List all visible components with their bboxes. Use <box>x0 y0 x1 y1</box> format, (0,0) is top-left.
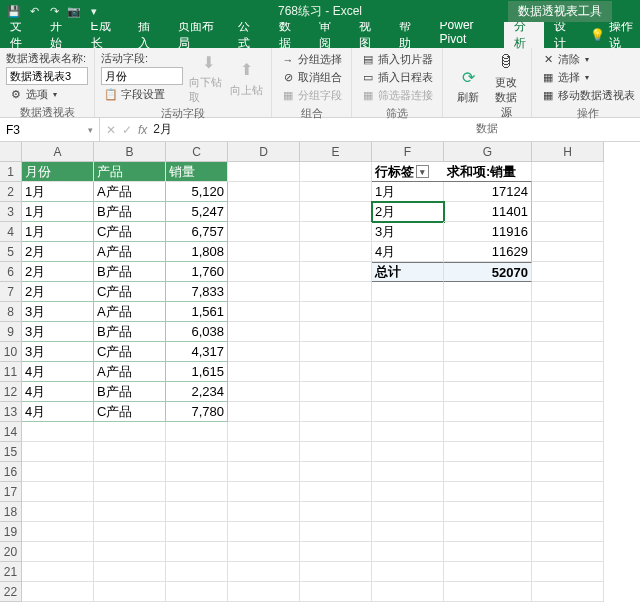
cell-A4[interactable]: 1月 <box>22 222 94 242</box>
row-header-21[interactable]: 21 <box>0 562 22 582</box>
cell-A9[interactable]: 3月 <box>22 322 94 342</box>
cell-A19[interactable] <box>22 522 94 542</box>
col-header-B[interactable]: B <box>94 142 166 162</box>
cell-E9[interactable] <box>300 322 372 342</box>
cell-G17[interactable] <box>444 482 532 502</box>
cell-G16[interactable] <box>444 462 532 482</box>
cell-C14[interactable] <box>166 422 228 442</box>
cell-F3[interactable]: 2月 <box>372 202 444 222</box>
cell-D7[interactable] <box>228 282 300 302</box>
col-header-E[interactable]: E <box>300 142 372 162</box>
cell-E1[interactable] <box>300 162 372 182</box>
cell-F6[interactable]: 总计 <box>372 262 444 282</box>
cell-D21[interactable] <box>228 562 300 582</box>
cell-C18[interactable] <box>166 502 228 522</box>
cell-G9[interactable] <box>444 322 532 342</box>
cell-A22[interactable] <box>22 582 94 602</box>
fx-icon[interactable]: fx <box>138 123 147 137</box>
cell-A10[interactable]: 3月 <box>22 342 94 362</box>
cell-C4[interactable]: 6,757 <box>166 222 228 242</box>
pivot-filter-dropdown[interactable]: ▾ <box>416 165 429 178</box>
cell-B7[interactable]: C产品 <box>94 282 166 302</box>
cell-H8[interactable] <box>532 302 604 322</box>
cell-B19[interactable] <box>94 522 166 542</box>
row-header-13[interactable]: 13 <box>0 402 22 422</box>
cell-A16[interactable] <box>22 462 94 482</box>
cell-D8[interactable] <box>228 302 300 322</box>
cell-D1[interactable] <box>228 162 300 182</box>
row-header-8[interactable]: 8 <box>0 302 22 322</box>
cell-B8[interactable]: A产品 <box>94 302 166 322</box>
cell-C15[interactable] <box>166 442 228 462</box>
col-header-C[interactable]: C <box>166 142 228 162</box>
cell-E3[interactable] <box>300 202 372 222</box>
cell-B12[interactable]: B产品 <box>94 382 166 402</box>
pivot-name-input[interactable] <box>6 67 88 85</box>
cell-F19[interactable] <box>372 522 444 542</box>
cell-A5[interactable]: 2月 <box>22 242 94 262</box>
cell-A17[interactable] <box>22 482 94 502</box>
cell-H21[interactable] <box>532 562 604 582</box>
cell-B5[interactable]: A产品 <box>94 242 166 262</box>
cell-F12[interactable] <box>372 382 444 402</box>
cell-G13[interactable] <box>444 402 532 422</box>
cell-F16[interactable] <box>372 462 444 482</box>
cell-H12[interactable] <box>532 382 604 402</box>
cell-H6[interactable] <box>532 262 604 282</box>
cell-C2[interactable]: 5,120 <box>166 182 228 202</box>
cell-C13[interactable]: 7,780 <box>166 402 228 422</box>
cell-C7[interactable]: 7,833 <box>166 282 228 302</box>
cell-C3[interactable]: 5,247 <box>166 202 228 222</box>
cell-C19[interactable] <box>166 522 228 542</box>
refresh-button[interactable]: ⟳刷新 <box>449 51 487 120</box>
cell-B1[interactable]: 产品 <box>94 162 166 182</box>
cell-H11[interactable] <box>532 362 604 382</box>
row-header-10[interactable]: 10 <box>0 342 22 362</box>
row-header-15[interactable]: 15 <box>0 442 22 462</box>
cell-G11[interactable] <box>444 362 532 382</box>
cell-E17[interactable] <box>300 482 372 502</box>
cell-H9[interactable] <box>532 322 604 342</box>
cell-F17[interactable] <box>372 482 444 502</box>
select-button[interactable]: ▦选择▾ <box>538 69 638 86</box>
cell-G3[interactable]: 11401 <box>444 202 532 222</box>
cell-D4[interactable] <box>228 222 300 242</box>
cell-F13[interactable] <box>372 402 444 422</box>
row-header-17[interactable]: 17 <box>0 482 22 502</box>
cell-E20[interactable] <box>300 542 372 562</box>
cell-E4[interactable] <box>300 222 372 242</box>
cell-H20[interactable] <box>532 542 604 562</box>
cell-D17[interactable] <box>228 482 300 502</box>
cell-H17[interactable] <box>532 482 604 502</box>
row-header-7[interactable]: 7 <box>0 282 22 302</box>
cell-G12[interactable] <box>444 382 532 402</box>
redo-icon[interactable]: ↷ <box>46 3 62 19</box>
cell-H3[interactable] <box>532 202 604 222</box>
cell-G20[interactable] <box>444 542 532 562</box>
cell-E12[interactable] <box>300 382 372 402</box>
cell-B13[interactable]: C产品 <box>94 402 166 422</box>
group-selection-button[interactable]: →分组选择 <box>278 51 345 68</box>
cell-F5[interactable]: 4月 <box>372 242 444 262</box>
cell-E15[interactable] <box>300 442 372 462</box>
cell-B15[interactable] <box>94 442 166 462</box>
cell-E10[interactable] <box>300 342 372 362</box>
cell-A15[interactable] <box>22 442 94 462</box>
cell-F8[interactable] <box>372 302 444 322</box>
change-source-button[interactable]: 🛢更改数据源 <box>487 51 525 120</box>
cell-H18[interactable] <box>532 502 604 522</box>
cell-B9[interactable]: B产品 <box>94 322 166 342</box>
cell-A8[interactable]: 3月 <box>22 302 94 322</box>
cell-F2[interactable]: 1月 <box>372 182 444 202</box>
name-box[interactable]: F3▾ <box>0 118 100 141</box>
cell-F4[interactable]: 3月 <box>372 222 444 242</box>
cell-B18[interactable] <box>94 502 166 522</box>
cell-E6[interactable] <box>300 262 372 282</box>
cell-E2[interactable] <box>300 182 372 202</box>
cell-G8[interactable] <box>444 302 532 322</box>
cell-C6[interactable]: 1,760 <box>166 262 228 282</box>
cell-H4[interactable] <box>532 222 604 242</box>
row-header-19[interactable]: 19 <box>0 522 22 542</box>
row-header-16[interactable]: 16 <box>0 462 22 482</box>
insert-slicer-button[interactable]: ▤插入切片器 <box>358 51 436 68</box>
